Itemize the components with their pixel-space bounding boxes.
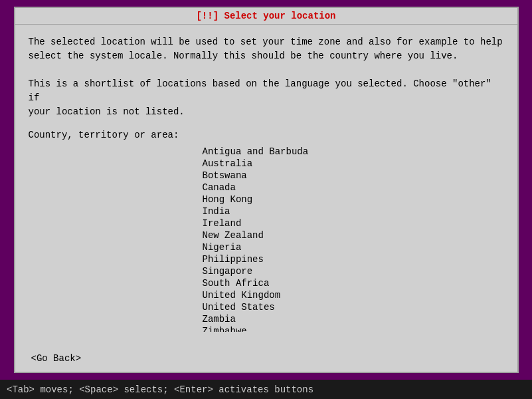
desc-line5: your location is not listed.: [29, 105, 504, 119]
list-item[interactable]: Botswana: [200, 170, 333, 182]
content: The selected location will be used to se…: [15, 25, 517, 349]
location-list[interactable]: Antigua and BarbudaAustraliaBotswanaCana…: [200, 146, 333, 332]
list-item[interactable]: Zimbabwe: [200, 325, 333, 332]
list-item[interactable]: Singapore: [200, 265, 333, 277]
list-container: Antigua and BarbudaAustraliaBotswanaCana…: [29, 146, 504, 332]
list-item[interactable]: Philippines: [200, 253, 333, 265]
go-back-button[interactable]: <Go Back>: [29, 352, 84, 365]
main-area: [!!] Select your location The selected l…: [0, 0, 532, 380]
list-item[interactable]: Antigua and Barbuda: [200, 146, 333, 158]
list-item[interactable]: Ireland: [200, 217, 333, 229]
list-item[interactable]: Canada: [200, 182, 333, 194]
statusbar-text: <Tab> moves; <Space> selects; <Enter> ac…: [7, 384, 313, 395]
title-bar: [!!] Select your location: [15, 8, 517, 25]
list-item[interactable]: Hong Kong: [200, 194, 333, 205]
list-item[interactable]: India: [200, 205, 333, 217]
list-item[interactable]: United Kingdom: [200, 289, 333, 301]
statusbar: <Tab> moves; <Space> selects; <Enter> ac…: [0, 380, 532, 399]
list-item[interactable]: United States: [200, 301, 333, 313]
list-item[interactable]: Nigeria: [200, 241, 333, 253]
list-item[interactable]: South Africa: [200, 277, 333, 289]
description: The selected location will be used to se…: [29, 35, 504, 119]
dialog: [!!] Select your location The selected l…: [14, 7, 519, 373]
list-item[interactable]: Zambia: [200, 313, 333, 325]
desc-line4: This is a shortlist of locations based o…: [29, 77, 504, 105]
prompt-label: Country, territory or area:: [29, 130, 504, 140]
list-item[interactable]: New Zealand: [200, 229, 333, 241]
desc-line2: select the system locale. Normally this …: [29, 49, 504, 63]
list-item[interactable]: Australia: [200, 158, 333, 170]
desc-line1: The selected location will be used to se…: [29, 35, 504, 49]
buttons-row: <Go Back>: [15, 349, 517, 372]
